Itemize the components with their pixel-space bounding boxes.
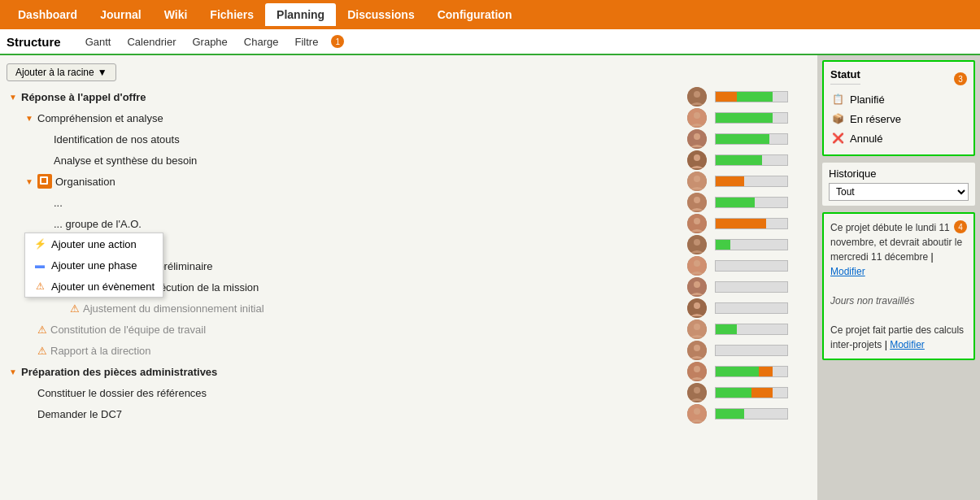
toggle-icon-1[interactable]: ▼ — [7, 90, 20, 103]
svg-point-1 — [694, 91, 700, 98]
svg-point-25 — [694, 345, 700, 351]
subnav-gantt[interactable]: Gantt — [77, 33, 120, 51]
status-title: Statut — [830, 68, 860, 85]
data-side-5 — [687, 172, 817, 191]
tree-item-16[interactable]: Demander le DC7 — [0, 403, 817, 424]
main-layout: Ajouter à la racine ▼ ▼ Réponse à l'appe… — [0, 55, 980, 500]
progress-bar-3 — [715, 133, 788, 145]
toolbar-row: Ajouter à la racine ▼ — [0, 60, 817, 85]
note-link-modifier-1[interactable]: Modifier — [830, 266, 865, 277]
tree-item-3[interactable]: Identification de nos atouts — [0, 128, 817, 150]
add-root-button[interactable]: Ajouter à la racine ▼ — [7, 63, 116, 81]
avatar-2 — [687, 108, 707, 128]
svg-point-17 — [694, 260, 700, 267]
data-side-3 — [687, 129, 817, 149]
progress-bar-12 — [715, 324, 788, 335]
avatar-7 — [687, 214, 707, 233]
item-label-15: Constituer le dossier des références — [37, 387, 207, 399]
tree-item-7[interactable]: ... groupe de l'A.O. — [0, 213, 817, 234]
status-badge: 3 — [954, 72, 967, 85]
item-label-11: Ajustement du dimensionnement initial — [83, 302, 264, 315]
nav-fichiers[interactable]: Fichiers — [198, 3, 265, 26]
item-label-1: Réponse à l'appel d'offre — [21, 91, 146, 103]
nav-configuration[interactable]: Configuration — [426, 3, 524, 26]
item-label-12: Constitution de l'équipe de travail — [50, 324, 206, 336]
notes-box: 4 Ce projet débute le lundi 11 novembre,… — [822, 212, 975, 360]
data-side-8 — [687, 235, 817, 254]
nav-planning[interactable]: Planning — [265, 3, 336, 26]
subnav-filtre[interactable]: Filtre — [286, 33, 326, 51]
data-side-6 — [687, 193, 817, 212]
label-side-15: Constituer le dossier des références — [23, 387, 687, 399]
data-side-13 — [687, 341, 817, 360]
nav-journal[interactable]: Journal — [89, 3, 153, 26]
tree-item-14[interactable]: ▼ Préparation des pièces administratives — [0, 361, 817, 382]
progress-bar-15 — [715, 387, 788, 398]
ctx-icon-action: ⚡ — [33, 237, 46, 250]
status-planifie[interactable]: 📋 Planifié — [830, 89, 967, 109]
historique-select[interactable]: Tout Semaine Mois — [829, 183, 969, 201]
subnav-charge[interactable]: Charge — [236, 33, 287, 51]
svg-point-29 — [694, 387, 700, 393]
avatar-9 — [687, 256, 707, 276]
data-side-15 — [687, 383, 817, 402]
context-menu-item-action[interactable]: ⚡ Ajouter une action — [25, 233, 163, 254]
avatar-5 — [687, 172, 707, 191]
warn-icon-13: ⚠ — [37, 345, 47, 357]
tree-item-11[interactable]: ⚠ Ajustement du dimensionnement initial — [0, 298, 817, 319]
note-link-modifier-2[interactable]: Modifier — [890, 339, 925, 350]
label-side-3: Identification de nos atouts — [39, 133, 687, 146]
item-label-6: ... — [54, 197, 63, 209]
avatar-8 — [687, 235, 707, 254]
label-side-7: ... groupe de l'A.O. — [39, 218, 687, 230]
tree-item-2[interactable]: ▼ Compréhension et analyse — [0, 107, 817, 128]
label-side-12: ⚠ Constitution de l'équipe de travail — [23, 324, 687, 336]
data-side-14 — [687, 362, 817, 381]
context-menu-item-event[interactable]: ⚠ Ajouter un évènement — [25, 276, 163, 297]
context-menu-item-phase[interactable]: ▬ Ajouter une phase — [25, 254, 163, 276]
nav-discussions[interactable]: Discussions — [336, 3, 425, 26]
item-label-14: Préparation des pièces administratives — [21, 366, 217, 378]
org-ctx-icon[interactable] — [37, 174, 52, 189]
label-side-6: ... — [39, 197, 687, 209]
subnav-calendrier[interactable]: Calendrier — [119, 33, 184, 51]
add-root-label: Ajouter à la racine — [15, 67, 94, 78]
data-side-12 — [687, 320, 817, 339]
dropdown-arrow: ▼ — [98, 67, 107, 78]
toggle-icon-2[interactable]: ▼ — [23, 111, 36, 124]
label-side-11: ⚠ Ajustement du dimensionnement initial — [55, 302, 687, 315]
context-menu: ⚡ Ajouter une action▬ Ajouter une phase⚠… — [24, 233, 163, 298]
nav-wiki[interactable]: Wiki — [153, 3, 199, 26]
tree-item-4[interactable]: Analyse et synthèse du besoin — [0, 150, 817, 171]
data-side-2 — [687, 108, 817, 128]
right-panel: Statut 3 📋 Planifié 📦 En réserve ❌ Annul… — [817, 55, 980, 500]
tree-item-15[interactable]: Constituer le dossier des références — [0, 382, 817, 403]
status-annule[interactable]: ❌ Annulé — [830, 128, 967, 148]
svg-point-23 — [694, 324, 700, 330]
item-label-4: Analyse et synthèse du besoin — [54, 154, 197, 167]
avatar-16 — [687, 404, 707, 424]
tree-item-5[interactable]: ▼ Organisation — [0, 171, 817, 192]
progress-bar-14 — [715, 366, 788, 377]
top-navigation: Dashboard Journal Wiki Fichiers Planning… — [0, 0, 980, 29]
status-en-reserve[interactable]: 📦 En réserve — [830, 109, 967, 128]
toggle-icon-14[interactable]: ▼ — [7, 365, 20, 378]
svg-point-5 — [694, 133, 700, 140]
progress-bar-5 — [715, 176, 788, 187]
avatar-14 — [687, 362, 707, 381]
svg-point-15 — [694, 239, 700, 246]
item-label-7: ... groupe de l'A.O. — [54, 218, 142, 230]
historique-label: Historique — [829, 167, 969, 180]
tree-item-13[interactable]: ⚠ Rapport à la direction — [0, 340, 817, 361]
toggle-icon-5[interactable]: ▼ — [23, 175, 36, 188]
progress-bar-4 — [715, 154, 788, 166]
subnav-graphe[interactable]: Graphe — [184, 33, 235, 51]
nav-dashboard[interactable]: Dashboard — [7, 3, 89, 26]
tree-item-12[interactable]: ⚠ Constitution de l'équipe de travail — [0, 319, 817, 340]
sub-navigation: Structure Gantt Calendrier Graphe Charge… — [0, 29, 980, 55]
status-box: Statut 3 📋 Planifié 📦 En réserve ❌ Annul… — [822, 60, 975, 156]
data-side-11 — [687, 298, 817, 318]
progress-bar-7 — [715, 218, 788, 229]
tree-item-6[interactable]: ... — [0, 192, 817, 213]
tree-item-1[interactable]: ▼ Réponse à l'appel d'offre — [0, 86, 817, 107]
